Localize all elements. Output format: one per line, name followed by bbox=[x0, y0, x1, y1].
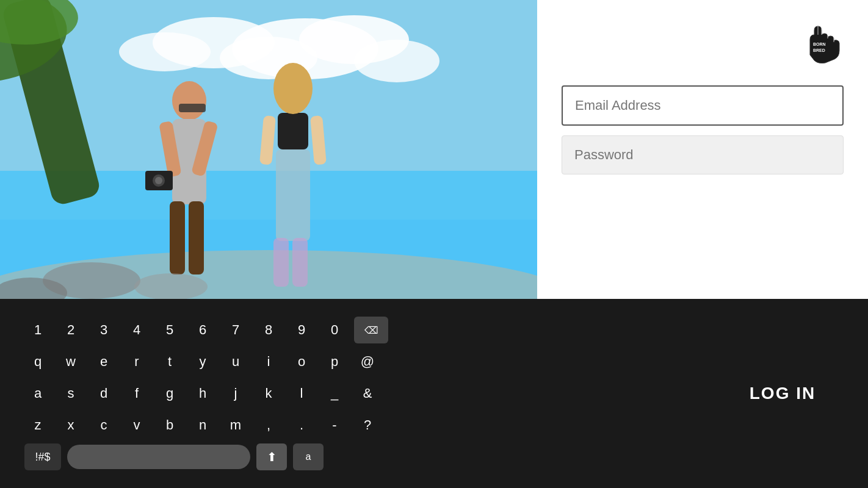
key-f[interactable]: f bbox=[123, 380, 150, 407]
svg-text:BORN: BORN bbox=[813, 42, 826, 46]
key-a[interactable]: a bbox=[24, 380, 51, 407]
svg-rect-23 bbox=[292, 238, 308, 287]
key-d[interactable]: d bbox=[90, 380, 117, 407]
key-4[interactable]: 4 bbox=[123, 317, 150, 343]
key-k[interactable]: k bbox=[255, 380, 282, 407]
svg-rect-27 bbox=[179, 104, 206, 112]
logo-container: BORN BRED bbox=[562, 18, 844, 67]
password-input-wrapper bbox=[562, 135, 844, 174]
key-dash[interactable]: - bbox=[321, 412, 348, 439]
svg-rect-22 bbox=[273, 238, 289, 287]
key-g[interactable]: g bbox=[156, 380, 183, 407]
key-w[interactable]: w bbox=[57, 348, 84, 375]
login-button-area: LOG IN bbox=[722, 384, 844, 403]
key-u[interactable]: u bbox=[222, 348, 249, 375]
key-r[interactable]: r bbox=[123, 348, 150, 375]
key-s[interactable]: s bbox=[57, 380, 84, 407]
svg-text:BRED: BRED bbox=[813, 48, 825, 52]
email-input[interactable] bbox=[562, 85, 844, 126]
keyboard-row-asdf: a s d f g h j k l _ & bbox=[24, 380, 722, 407]
svg-rect-20 bbox=[278, 113, 308, 149]
password-input[interactable] bbox=[562, 135, 844, 174]
key-t[interactable]: t bbox=[156, 348, 183, 375]
photo-area bbox=[0, 0, 537, 299]
key-q[interactable]: q bbox=[24, 348, 51, 375]
key-comma[interactable]: , bbox=[255, 412, 282, 439]
key-n[interactable]: n bbox=[189, 412, 216, 439]
key-e[interactable]: e bbox=[90, 348, 117, 375]
keyboard-row-zxcv: z x c v b n m , . - ? bbox=[24, 412, 722, 439]
keyboard-area: 1 2 3 4 5 6 7 8 9 0 ⌫ q w e r t y u bbox=[24, 317, 722, 470]
key-i[interactable]: i bbox=[255, 348, 282, 375]
key-abc[interactable]: a bbox=[293, 443, 324, 470]
keyboard-section: 1 2 3 4 5 6 7 8 9 0 ⌫ q w e r t y u bbox=[0, 299, 868, 488]
svg-point-6 bbox=[119, 32, 211, 71]
key-p[interactable]: p bbox=[321, 348, 348, 375]
key-5[interactable]: 5 bbox=[156, 317, 183, 343]
svg-point-30 bbox=[155, 177, 162, 184]
key-at[interactable]: @ bbox=[354, 348, 381, 375]
key-m[interactable]: m bbox=[222, 412, 249, 439]
key-3[interactable]: 3 bbox=[90, 317, 117, 343]
key-period[interactable]: . bbox=[288, 412, 315, 439]
key-question[interactable]: ? bbox=[354, 412, 381, 439]
key-7[interactable]: 7 bbox=[222, 317, 249, 343]
key-shift[interactable]: ⬆ bbox=[256, 443, 287, 470]
key-symbols[interactable]: !#$ bbox=[24, 443, 61, 470]
key-b[interactable]: b bbox=[156, 412, 183, 439]
key-0[interactable]: 0 bbox=[321, 317, 348, 343]
key-6[interactable]: 6 bbox=[189, 317, 216, 343]
key-c[interactable]: c bbox=[90, 412, 117, 439]
svg-rect-16 bbox=[189, 201, 204, 274]
key-x[interactable]: x bbox=[57, 412, 84, 439]
key-8[interactable]: 8 bbox=[255, 317, 282, 343]
login-area: BORN BRED bbox=[537, 0, 868, 299]
key-j[interactable]: j bbox=[222, 380, 249, 407]
app-container: BORN BRED 1 2 3 4 5 bbox=[0, 0, 868, 488]
key-2[interactable]: 2 bbox=[57, 317, 84, 343]
key-o[interactable]: o bbox=[288, 348, 315, 375]
key-ampersand[interactable]: & bbox=[354, 380, 381, 407]
email-input-wrapper bbox=[562, 85, 844, 126]
svg-point-4 bbox=[354, 40, 439, 82]
svg-rect-15 bbox=[170, 201, 185, 274]
key-l[interactable]: l bbox=[288, 380, 315, 407]
keyboard-row-numbers: 1 2 3 4 5 6 7 8 9 0 ⌫ bbox=[24, 317, 722, 343]
key-y[interactable]: y bbox=[189, 348, 216, 375]
svg-point-13 bbox=[172, 81, 206, 120]
key-9[interactable]: 9 bbox=[288, 317, 315, 343]
key-underscore[interactable]: _ bbox=[321, 380, 348, 407]
svg-point-26 bbox=[273, 63, 313, 114]
login-button[interactable]: LOG IN bbox=[750, 384, 816, 403]
top-section: BORN BRED bbox=[0, 0, 868, 299]
key-h[interactable]: h bbox=[189, 380, 216, 407]
brand-logo-icon: BORN BRED bbox=[795, 18, 844, 67]
key-backspace[interactable]: ⌫ bbox=[354, 317, 388, 343]
keyboard-row-special: !#$ ⬆ a bbox=[24, 443, 722, 470]
key-1[interactable]: 1 bbox=[24, 317, 51, 343]
key-z[interactable]: z bbox=[24, 412, 51, 439]
key-v[interactable]: v bbox=[123, 412, 150, 439]
svg-point-32 bbox=[134, 273, 208, 299]
keyboard-row-qwerty: q w e r t y u i o p @ bbox=[24, 348, 722, 375]
key-space[interactable] bbox=[67, 445, 250, 469]
svg-rect-21 bbox=[276, 149, 310, 241]
